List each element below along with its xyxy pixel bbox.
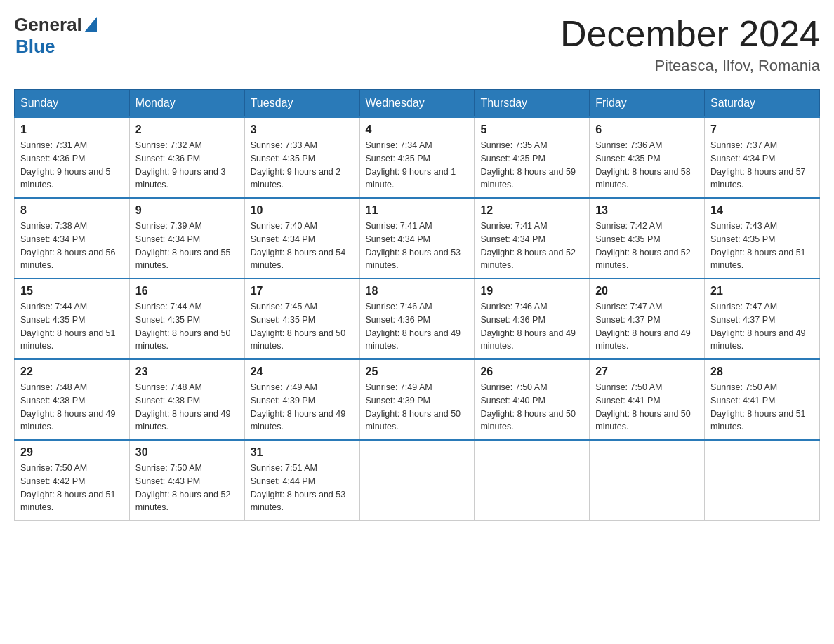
- day-info: Sunrise: 7:37 AM Sunset: 4:34 PM Dayligh…: [710, 139, 814, 192]
- calendar-cell: 30 Sunrise: 7:50 AM Sunset: 4:43 PM Dayl…: [129, 440, 244, 521]
- day-number: 25: [366, 365, 469, 378]
- day-number: 27: [595, 365, 699, 378]
- day-info: Sunrise: 7:44 AM Sunset: 4:35 PM Dayligh…: [135, 300, 239, 353]
- day-info: Sunrise: 7:47 AM Sunset: 4:37 PM Dayligh…: [595, 300, 699, 353]
- day-number: 11: [366, 204, 469, 217]
- day-info: Sunrise: 7:50 AM Sunset: 4:43 PM Dayligh…: [135, 462, 239, 514]
- calendar-cell: 17 Sunrise: 7:45 AM Sunset: 4:35 PM Dayl…: [244, 279, 359, 359]
- day-number: 17: [251, 285, 354, 297]
- day-info: Sunrise: 7:40 AM Sunset: 4:34 PM Dayligh…: [251, 220, 354, 272]
- calendar-cell: 27 Sunrise: 7:50 AM Sunset: 4:41 PM Dayl…: [590, 359, 705, 440]
- svg-marker-0: [84, 17, 97, 32]
- day-info: Sunrise: 7:51 AM Sunset: 4:44 PM Dayligh…: [251, 462, 354, 514]
- logo: General Blue: [14, 14, 97, 58]
- day-info: Sunrise: 7:39 AM Sunset: 4:34 PM Dayligh…: [135, 220, 239, 272]
- day-info: Sunrise: 7:33 AM Sunset: 4:35 PM Dayligh…: [251, 139, 354, 192]
- day-number: 6: [595, 123, 699, 136]
- calendar-cell: [475, 440, 590, 521]
- calendar-cell: 6 Sunrise: 7:36 AM Sunset: 4:35 PM Dayli…: [590, 117, 705, 198]
- day-info: Sunrise: 7:35 AM Sunset: 4:35 PM Dayligh…: [480, 139, 583, 192]
- calendar-cell: 21 Sunrise: 7:47 AM Sunset: 4:37 PM Dayl…: [705, 279, 820, 359]
- calendar-week-2: 8 Sunrise: 7:38 AM Sunset: 4:34 PM Dayli…: [15, 198, 820, 279]
- calendar-cell: [359, 440, 475, 521]
- calendar-cell: 29 Sunrise: 7:50 AM Sunset: 4:42 PM Dayl…: [15, 440, 130, 521]
- calendar-cell: 12 Sunrise: 7:41 AM Sunset: 4:34 PM Dayl…: [475, 198, 590, 279]
- day-info: Sunrise: 7:43 AM Sunset: 4:35 PM Dayligh…: [710, 220, 814, 272]
- calendar-cell: 3 Sunrise: 7:33 AM Sunset: 4:35 PM Dayli…: [244, 117, 359, 198]
- day-number: 26: [480, 365, 583, 378]
- calendar-header-monday: Monday: [129, 90, 244, 118]
- calendar-cell: 7 Sunrise: 7:37 AM Sunset: 4:34 PM Dayli…: [705, 117, 820, 198]
- day-number: 4: [366, 123, 469, 136]
- day-number: 10: [251, 204, 354, 217]
- calendar-cell: 9 Sunrise: 7:39 AM Sunset: 4:34 PM Dayli…: [129, 198, 244, 279]
- day-number: 31: [251, 446, 354, 459]
- day-info: Sunrise: 7:38 AM Sunset: 4:34 PM Dayligh…: [20, 220, 124, 272]
- calendar-table: SundayMondayTuesdayWednesdayThursdayFrid…: [14, 89, 820, 521]
- calendar-cell: 31 Sunrise: 7:51 AM Sunset: 4:44 PM Dayl…: [244, 440, 359, 521]
- day-info: Sunrise: 7:41 AM Sunset: 4:34 PM Dayligh…: [366, 220, 469, 272]
- day-info: Sunrise: 7:49 AM Sunset: 4:39 PM Dayligh…: [366, 381, 469, 434]
- logo-blue: Blue: [15, 36, 55, 58]
- calendar-cell: 26 Sunrise: 7:50 AM Sunset: 4:40 PM Dayl…: [475, 359, 590, 440]
- day-info: Sunrise: 7:44 AM Sunset: 4:35 PM Dayligh…: [20, 300, 124, 353]
- calendar-cell: 24 Sunrise: 7:49 AM Sunset: 4:39 PM Dayl…: [244, 359, 359, 440]
- calendar-cell: 22 Sunrise: 7:48 AM Sunset: 4:38 PM Dayl…: [15, 359, 130, 440]
- day-number: 5: [480, 123, 583, 136]
- day-number: 2: [135, 123, 239, 136]
- day-info: Sunrise: 7:46 AM Sunset: 4:36 PM Dayligh…: [366, 300, 469, 353]
- calendar-cell: [590, 440, 705, 521]
- calendar-cell: 16 Sunrise: 7:44 AM Sunset: 4:35 PM Dayl…: [129, 279, 244, 359]
- calendar-week-3: 15 Sunrise: 7:44 AM Sunset: 4:35 PM Dayl…: [15, 279, 820, 359]
- day-number: 1: [20, 123, 124, 136]
- calendar-header-row: SundayMondayTuesdayWednesdayThursdayFrid…: [15, 90, 820, 118]
- day-info: Sunrise: 7:50 AM Sunset: 4:42 PM Dayligh…: [20, 462, 124, 514]
- day-number: 23: [135, 365, 239, 378]
- day-info: Sunrise: 7:34 AM Sunset: 4:35 PM Dayligh…: [366, 139, 469, 192]
- day-number: 20: [595, 285, 699, 297]
- day-info: Sunrise: 7:48 AM Sunset: 4:38 PM Dayligh…: [135, 381, 239, 434]
- day-info: Sunrise: 7:42 AM Sunset: 4:35 PM Dayligh…: [595, 220, 699, 272]
- day-number: 28: [710, 365, 814, 378]
- calendar-week-1: 1 Sunrise: 7:31 AM Sunset: 4:36 PM Dayli…: [15, 117, 820, 198]
- calendar-header-saturday: Saturday: [705, 90, 820, 118]
- calendar-header-sunday: Sunday: [15, 90, 130, 118]
- day-info: Sunrise: 7:46 AM Sunset: 4:36 PM Dayligh…: [480, 300, 583, 353]
- calendar-header-friday: Friday: [590, 90, 705, 118]
- day-number: 24: [251, 365, 354, 378]
- day-number: 22: [20, 365, 124, 378]
- day-number: 29: [20, 446, 124, 459]
- day-number: 3: [251, 123, 354, 136]
- day-info: Sunrise: 7:36 AM Sunset: 4:35 PM Dayligh…: [595, 139, 699, 192]
- calendar-cell: 2 Sunrise: 7:32 AM Sunset: 4:36 PM Dayli…: [129, 117, 244, 198]
- day-number: 9: [135, 204, 239, 217]
- day-number: 18: [366, 285, 469, 297]
- calendar-cell: 23 Sunrise: 7:48 AM Sunset: 4:38 PM Dayl…: [129, 359, 244, 440]
- day-number: 8: [20, 204, 124, 217]
- day-number: 14: [710, 204, 814, 217]
- page-title: December 2024: [560, 14, 820, 54]
- calendar-cell: 14 Sunrise: 7:43 AM Sunset: 4:35 PM Dayl…: [705, 198, 820, 279]
- calendar-cell: 28 Sunrise: 7:50 AM Sunset: 4:41 PM Dayl…: [705, 359, 820, 440]
- calendar-cell: 1 Sunrise: 7:31 AM Sunset: 4:36 PM Dayli…: [15, 117, 130, 198]
- day-info: Sunrise: 7:31 AM Sunset: 4:36 PM Dayligh…: [20, 139, 124, 192]
- calendar-cell: 20 Sunrise: 7:47 AM Sunset: 4:37 PM Dayl…: [590, 279, 705, 359]
- page-header: General Blue December 2024 Piteasca, Ilf…: [14, 14, 820, 75]
- day-info: Sunrise: 7:50 AM Sunset: 4:40 PM Dayligh…: [480, 381, 583, 434]
- day-info: Sunrise: 7:50 AM Sunset: 4:41 PM Dayligh…: [595, 381, 699, 434]
- calendar-cell: 18 Sunrise: 7:46 AM Sunset: 4:36 PM Dayl…: [359, 279, 475, 359]
- day-number: 30: [135, 446, 239, 459]
- calendar-week-5: 29 Sunrise: 7:50 AM Sunset: 4:42 PM Dayl…: [15, 440, 820, 521]
- day-info: Sunrise: 7:49 AM Sunset: 4:39 PM Dayligh…: [251, 381, 354, 434]
- calendar-header-wednesday: Wednesday: [359, 90, 475, 118]
- day-info: Sunrise: 7:45 AM Sunset: 4:35 PM Dayligh…: [251, 300, 354, 353]
- day-info: Sunrise: 7:48 AM Sunset: 4:38 PM Dayligh…: [20, 381, 124, 434]
- day-number: 19: [480, 285, 583, 297]
- calendar-cell: 8 Sunrise: 7:38 AM Sunset: 4:34 PM Dayli…: [15, 198, 130, 279]
- day-number: 13: [595, 204, 699, 217]
- day-info: Sunrise: 7:50 AM Sunset: 4:41 PM Dayligh…: [710, 381, 814, 434]
- calendar-cell: 11 Sunrise: 7:41 AM Sunset: 4:34 PM Dayl…: [359, 198, 475, 279]
- logo-general: General: [14, 14, 82, 36]
- calendar-cell: 19 Sunrise: 7:46 AM Sunset: 4:36 PM Dayl…: [475, 279, 590, 359]
- day-number: 16: [135, 285, 239, 297]
